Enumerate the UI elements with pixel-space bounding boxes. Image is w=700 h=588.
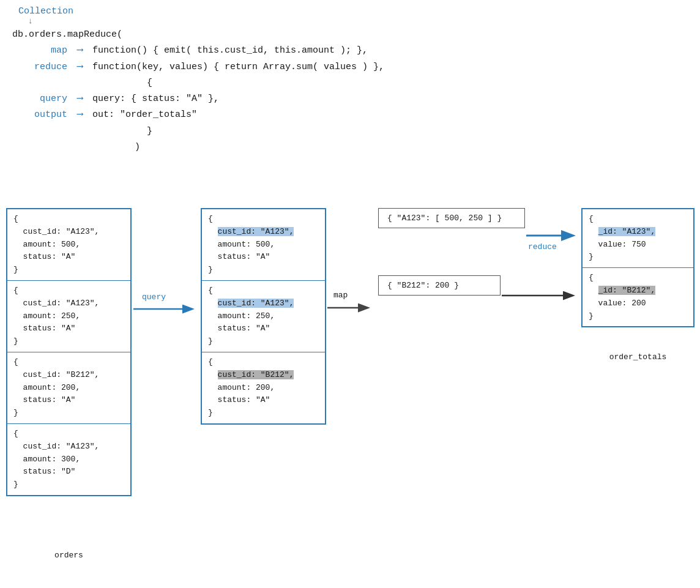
- odoc1-l4: }: [589, 251, 687, 264]
- code-main-1: db.orders.mapReduce(: [12, 27, 122, 43]
- code-line-query: query ⟶ query: { status: "A" },: [12, 91, 688, 107]
- code-value-output: out: "order_totals": [92, 107, 197, 123]
- mapped-a123-text: { "A123": [ 500, 250 ] }: [387, 214, 502, 223]
- code-label-output: output: [31, 107, 67, 123]
- code-arrow-reduce: ⟶: [77, 59, 83, 75]
- fdoc3-l2: cust_id: "B212",: [208, 369, 319, 382]
- doc4-l1: {: [13, 428, 124, 441]
- odoc1-l3: value: 750: [589, 239, 687, 251]
- doc-2: { cust_id: "A123", amount: 250, status: …: [7, 281, 130, 352]
- doc3-l4: status: "A": [13, 394, 124, 407]
- doc2-l5: }: [13, 335, 124, 348]
- doc3-l3: amount: 200,: [13, 382, 124, 395]
- fdoc2-l5: }: [208, 335, 319, 348]
- doc2-l3: amount: 250,: [13, 310, 124, 323]
- fdoc1-l1: {: [208, 213, 319, 226]
- orders-box: { cust_id: "A123", amount: 500, status: …: [6, 208, 132, 496]
- reduce-arrow-b212-svg: [502, 286, 581, 305]
- fdoc1-l2: cust_id: "A123",: [208, 226, 319, 239]
- odoc2-l3: value: 200: [589, 297, 687, 310]
- fdoc-3: { cust_id: "B212", amount: 200, status: …: [202, 352, 325, 423]
- collection-label: Collection: [18, 6, 688, 17]
- doc1-l1: {: [13, 213, 124, 226]
- label-map: map: [333, 291, 348, 300]
- fdoc3-l4: status: "A": [208, 394, 319, 407]
- doc-3: { cust_id: "B212", amount: 200, status: …: [7, 352, 130, 424]
- code-line-output: output ⟶ out: "order_totals": [12, 107, 688, 123]
- doc3-l1: {: [13, 356, 124, 369]
- fdoc2-l1: {: [208, 285, 319, 297]
- fdoc1-l5: }: [208, 264, 319, 277]
- collection-arrow: ↓: [28, 17, 688, 26]
- fdoc2-l2: cust_id: "A123",: [208, 297, 319, 310]
- fdoc-1: { cust_id: "A123", amount: 500, status: …: [202, 209, 325, 281]
- doc4-l5: }: [13, 478, 124, 491]
- map-arrow-svg: [327, 299, 376, 317]
- label-query: query: [142, 292, 166, 302]
- doc2-l2: cust_id: "A123",: [13, 297, 124, 310]
- diagram-section: { cust_id: "A123", amount: 500, status: …: [0, 196, 700, 587]
- doc4-l2: cust_id: "A123",: [13, 441, 124, 453]
- fdoc1-l4: status: "A": [208, 251, 319, 264]
- doc1-l5: }: [13, 264, 124, 277]
- code-arrow-query: ⟶: [77, 91, 83, 107]
- fdoc2-highlight: cust_id: "A123",: [218, 299, 294, 308]
- fdoc2-l4: status: "A": [208, 322, 319, 335]
- output-box: { _id: "A123", value: 750 } { _id: "B212…: [581, 208, 694, 327]
- odoc2-l1: {: [589, 272, 687, 285]
- brace-close: }: [147, 124, 152, 140]
- fdoc2-l3: amount: 250,: [208, 310, 319, 323]
- fdoc3-l1: {: [208, 356, 319, 369]
- code-line-paren: ): [12, 140, 688, 155]
- output-label: order_totals: [581, 352, 694, 362]
- code-line-reduce: reduce ⟶ function(key, values) { return …: [12, 59, 688, 75]
- filtered-box: { cust_id: "A123", amount: 500, status: …: [201, 208, 326, 425]
- fdoc3-l5: }: [208, 407, 319, 420]
- code-arrow-map: ⟶: [77, 43, 83, 59]
- doc2-l4: status: "A": [13, 322, 124, 335]
- code-line-brace2: }: [12, 124, 688, 140]
- fdoc3-l3: amount: 200,: [208, 382, 319, 395]
- mapped-box-a123: { "A123": [ 500, 250 ] }: [378, 208, 525, 228]
- doc3-l5: }: [13, 407, 124, 420]
- odoc-1: { _id: "A123", value: 750 }: [583, 209, 693, 268]
- fdoc1-l3: amount: 500,: [208, 239, 319, 251]
- brace-open: {: [147, 75, 152, 91]
- code-value-query: query: { status: "A" },: [92, 91, 219, 107]
- code-line-brace1: {: [12, 75, 688, 91]
- odoc1-highlight: _id: "A123",: [598, 227, 656, 236]
- code-value-reduce: function(key, values) { return Array.sum…: [92, 59, 384, 75]
- odoc-2: { _id: "B212", value: 200 }: [583, 268, 693, 326]
- orders-label: orders: [6, 551, 132, 560]
- doc1-l3: amount: 500,: [13, 239, 124, 251]
- code-label-query: query: [31, 91, 67, 107]
- code-block: db.orders.mapReduce( map ⟶ function() { …: [12, 27, 688, 155]
- code-label-map: map: [31, 43, 67, 59]
- doc1-l2: cust_id: "A123",: [13, 226, 124, 239]
- doc3-l2: cust_id: "B212",: [13, 369, 124, 382]
- code-line-map: map ⟶ function() { emit( this.cust_id, t…: [12, 43, 688, 59]
- code-arrow-output: ⟶: [77, 107, 83, 123]
- odoc2-highlight: _id: "B212",: [598, 286, 656, 295]
- paren-close: ): [135, 140, 140, 155]
- doc-1: { cust_id: "A123", amount: 500, status: …: [7, 209, 130, 281]
- code-section: Collection ↓ db.orders.mapReduce( map ⟶ …: [0, 0, 700, 162]
- odoc2-l2: _id: "B212",: [589, 285, 687, 297]
- doc2-l1: {: [13, 285, 124, 297]
- mapped-box-b212: { "B212": 200 }: [378, 275, 501, 296]
- fdoc1-highlight: cust_id: "A123",: [218, 227, 294, 236]
- odoc1-l2: _id: "A123",: [589, 226, 687, 239]
- code-line-1: db.orders.mapReduce(: [12, 27, 688, 43]
- label-reduce: reduce: [528, 242, 557, 251]
- fdoc-2: { cust_id: "A123", amount: 250, status: …: [202, 281, 325, 352]
- doc-4: { cust_id: "A123", amount: 300, status: …: [7, 424, 130, 495]
- fdoc3-highlight: cust_id: "B212",: [218, 370, 294, 379]
- mapped-b212-text: { "B212": 200 }: [387, 281, 459, 290]
- doc1-l4: status: "A": [13, 251, 124, 264]
- odoc2-l4: }: [589, 310, 687, 323]
- doc4-l3: amount: 300,: [13, 453, 124, 466]
- code-value-map: function() { emit( this.cust_id, this.am…: [92, 43, 368, 59]
- code-label-reduce: reduce: [31, 59, 67, 75]
- doc4-l4: status: "D": [13, 466, 124, 478]
- main-container: Collection ↓ db.orders.mapReduce( map ⟶ …: [0, 0, 700, 588]
